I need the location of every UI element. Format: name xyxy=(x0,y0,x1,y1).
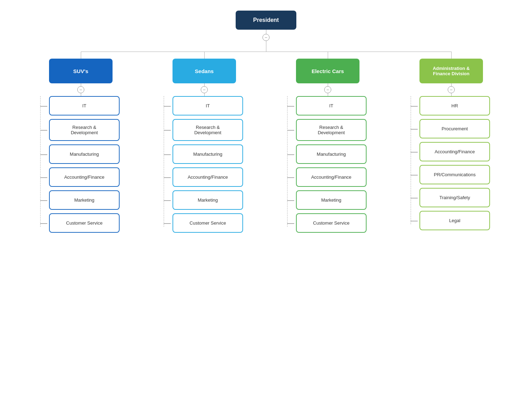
child-sedans-rd[interactable]: Research &Development xyxy=(173,119,243,141)
v-top-electric xyxy=(328,52,328,59)
list-item: Accounting/Finance xyxy=(294,167,368,187)
v-mid-admin xyxy=(451,83,452,86)
list-item: IT xyxy=(47,96,121,115)
list-item: Manufacturing xyxy=(171,144,245,164)
list-item: Training/Safety xyxy=(418,188,492,207)
list-item: Accounting/Finance xyxy=(47,167,121,187)
list-item: Customer Service xyxy=(294,213,368,233)
list-item: Manufacturing xyxy=(294,144,368,164)
child-electric-accounting[interactable]: Accounting/Finance xyxy=(296,167,367,187)
col-suvs: SUV's − IT Research &Development Manufac… xyxy=(19,52,143,236)
child-admin-pr[interactable]: PR/Communications xyxy=(419,165,490,184)
child-admin-procurement[interactable]: Procurement xyxy=(419,119,490,138)
list-item: PR/Communications xyxy=(418,165,492,184)
children-electric: IT Research &Development Manufacturing A… xyxy=(287,96,368,236)
div-header-admin[interactable]: Administration &Finance Division xyxy=(419,59,483,83)
child-suvs-accounting[interactable]: Accounting/Finance xyxy=(49,167,120,187)
collapse-btn-admin[interactable]: − xyxy=(448,86,455,93)
child-sedans-marketing[interactable]: Marketing xyxy=(173,190,243,210)
v-line-pres-2 xyxy=(266,41,266,52)
v-bottom-admin xyxy=(451,93,452,96)
president-node[interactable]: President xyxy=(236,11,297,30)
v-line-pres-1 xyxy=(266,30,266,34)
list-item: Marketing xyxy=(171,190,245,210)
v-bottom-electric xyxy=(328,93,328,96)
col-admin: Administration &Finance Division − HR Pr… xyxy=(389,52,513,236)
collapse-btn-electric[interactable]: − xyxy=(324,86,331,93)
collapse-btn-president[interactable]: − xyxy=(262,34,270,41)
col-electric: Electric Cars − IT Research &Development… xyxy=(266,52,389,236)
children-admin: HR Procurement Accounting/Finance PR/Com… xyxy=(411,96,492,234)
collapse-btn-sedans[interactable]: − xyxy=(201,86,208,93)
child-suvs-it[interactable]: IT xyxy=(49,96,120,115)
child-suvs-manufacturing[interactable]: Manufacturing xyxy=(49,144,120,164)
v-mid-sedans xyxy=(204,83,205,86)
list-item: Research &Development xyxy=(171,119,245,141)
president-connector: − xyxy=(262,30,270,52)
collapse-btn-suvs[interactable]: − xyxy=(77,86,84,93)
child-suvs-marketing[interactable]: Marketing xyxy=(49,190,120,210)
list-item: Marketing xyxy=(294,190,368,210)
child-suvs-rd[interactable]: Research &Development xyxy=(49,119,120,141)
h-bar-top xyxy=(81,52,451,52)
child-electric-marketing[interactable]: Marketing xyxy=(296,190,367,210)
child-electric-rd[interactable]: Research &Development xyxy=(296,119,367,141)
child-sedans-cs[interactable]: Customer Service xyxy=(173,213,243,233)
v-bottom-suvs xyxy=(81,93,81,96)
v-bottom-sedans xyxy=(204,93,205,96)
child-admin-legal[interactable]: Legal xyxy=(419,211,490,230)
child-electric-manufacturing[interactable]: Manufacturing xyxy=(296,144,367,164)
v-top-suvs xyxy=(81,52,81,59)
v-top-admin xyxy=(451,52,452,59)
org-chart: President − SUV's − IT xyxy=(0,0,532,247)
col-sedans: Sedans − IT Research &Development Manufa… xyxy=(143,52,266,236)
list-item: Research &Development xyxy=(294,119,368,141)
list-item: IT xyxy=(294,96,368,115)
list-item: Customer Service xyxy=(47,213,121,233)
list-item: IT xyxy=(171,96,245,115)
list-item: Procurement xyxy=(418,119,492,138)
president-label: President xyxy=(253,17,279,23)
div-header-suvs[interactable]: SUV's xyxy=(49,59,113,83)
division-row: SUV's − IT Research &Development Manufac… xyxy=(19,52,513,236)
list-item: Research &Development xyxy=(47,119,121,141)
child-suvs-cs[interactable]: Customer Service xyxy=(49,213,120,233)
v-top-sedans xyxy=(204,52,205,59)
child-sedans-it[interactable]: IT xyxy=(173,96,243,115)
list-item: Customer Service xyxy=(171,213,245,233)
child-electric-cs[interactable]: Customer Service xyxy=(296,213,367,233)
v-mid-electric xyxy=(328,83,328,86)
children-sedans: IT Research &Development Manufacturing A… xyxy=(164,96,245,236)
child-electric-it[interactable]: IT xyxy=(296,96,367,115)
div-header-electric[interactable]: Electric Cars xyxy=(296,59,359,83)
list-item: Manufacturing xyxy=(47,144,121,164)
child-admin-accounting[interactable]: Accounting/Finance xyxy=(419,142,490,161)
div-header-sedans[interactable]: Sedans xyxy=(173,59,236,83)
child-admin-hr[interactable]: HR xyxy=(419,96,490,115)
child-sedans-manufacturing[interactable]: Manufacturing xyxy=(173,144,243,164)
v-mid-suvs xyxy=(81,83,81,86)
list-item: Legal xyxy=(418,211,492,230)
children-suvs: IT Research &Development Manufacturing A… xyxy=(40,96,121,236)
list-item: HR xyxy=(418,96,492,115)
list-item: Accounting/Finance xyxy=(171,167,245,187)
list-item: Marketing xyxy=(47,190,121,210)
child-sedans-accounting[interactable]: Accounting/Finance xyxy=(173,167,243,187)
child-admin-training[interactable]: Training/Safety xyxy=(419,188,490,207)
list-item: Accounting/Finance xyxy=(418,142,492,161)
